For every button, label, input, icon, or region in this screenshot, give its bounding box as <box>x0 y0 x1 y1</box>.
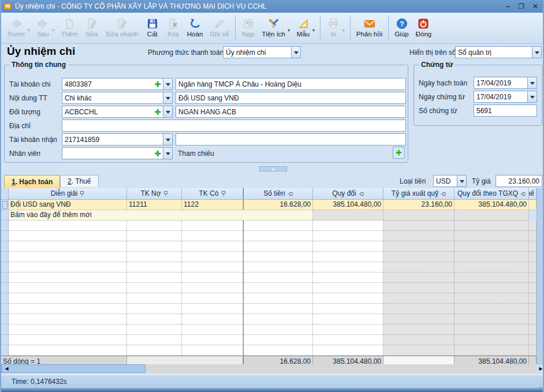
cell-empty[interactable] <box>182 304 243 314</box>
cell-empty[interactable] <box>313 335 383 345</box>
cell-empty[interactable] <box>529 304 536 314</box>
cell-empty[interactable] <box>9 345 127 356</box>
pin-horizontal-icon[interactable] <box>441 192 446 196</box>
table-row[interactable] <box>1 231 536 241</box>
cell-empty[interactable] <box>182 314 243 324</box>
chevron-down-icon[interactable] <box>291 47 300 58</box>
scroll-right-icon[interactable]: ▶ <box>536 364 544 373</box>
doc-date-picker[interactable] <box>474 91 537 103</box>
cell-so-tien[interactable]: 16.628,00 <box>243 200 313 210</box>
delete-button[interactable]: Xóa <box>163 14 184 41</box>
utilities-dropdown-icon[interactable]: ▾ <box>288 28 293 33</box>
cell-empty[interactable] <box>127 221 182 231</box>
minimize-icon[interactable]: – <box>506 3 510 10</box>
display-book-select[interactable] <box>455 46 542 58</box>
col-so-tien[interactable]: Số tiền <box>243 188 313 199</box>
cell-empty[interactable] <box>529 231 536 241</box>
cell-empty[interactable] <box>383 283 454 293</box>
cell-empty[interactable] <box>454 293 529 304</box>
cell-empty[interactable] <box>313 231 383 241</box>
account-out-bank-value[interactable] <box>176 79 405 89</box>
col-quy-doi-tgxq[interactable]: Quy đổi theo TGXQ <box>454 188 529 199</box>
table-row[interactable] <box>1 335 536 345</box>
cell-empty[interactable] <box>9 304 127 314</box>
col-tk-no[interactable]: TK Nợ <box>127 188 182 199</box>
cell-empty[interactable] <box>127 314 182 324</box>
account-in-name-value[interactable] <box>176 134 405 145</box>
payment-method-value[interactable] <box>223 47 291 58</box>
cell-empty[interactable] <box>243 262 313 272</box>
content-desc-field[interactable] <box>176 92 406 104</box>
cell-empty[interactable] <box>383 304 454 314</box>
cell-empty[interactable] <box>383 231 454 241</box>
doc-no-value[interactable] <box>474 105 536 116</box>
reload-button[interactable]: Nạp <box>238 14 259 41</box>
doc-date-value[interactable] <box>474 91 527 102</box>
cell-empty[interactable] <box>454 272 529 283</box>
account-in-value[interactable] <box>62 134 163 145</box>
cell-empty[interactable] <box>313 272 383 283</box>
cell-empty[interactable] <box>9 221 127 231</box>
cell-empty[interactable] <box>383 252 454 262</box>
table-row[interactable] <box>1 252 536 262</box>
content-desc-value[interactable] <box>176 92 405 103</box>
cell-empty[interactable] <box>182 221 243 231</box>
col-ty-gia-xuat-quy[interactable]: Tỷ giá xuất quỹ <box>383 188 454 199</box>
table-row[interactable] <box>1 283 536 293</box>
cell-empty[interactable] <box>182 262 243 272</box>
col-quy-doi[interactable]: Quy đổi <box>313 188 383 199</box>
cell-empty[interactable] <box>454 252 529 262</box>
table-row[interactable] <box>1 262 536 272</box>
employee-value[interactable] <box>62 148 152 159</box>
cell-empty[interactable] <box>529 283 536 293</box>
cell-empty[interactable] <box>313 283 383 293</box>
cell-empty[interactable] <box>182 283 243 293</box>
cell-empty[interactable] <box>243 241 313 252</box>
cell-tk-no[interactable]: 11211 <box>127 200 182 210</box>
account-out-combo[interactable]: ✚ <box>62 78 173 90</box>
chevron-down-icon[interactable] <box>527 77 536 88</box>
scroll-left-icon[interactable]: ◀ <box>2 364 11 373</box>
cell-empty[interactable] <box>9 314 127 324</box>
cell-empty[interactable] <box>454 324 529 335</box>
cell-empty[interactable] <box>182 324 243 335</box>
maximize-icon[interactable]: ❐ <box>518 3 524 10</box>
close-form-button[interactable]: Đóng <box>412 14 435 41</box>
cell-empty[interactable] <box>383 335 454 345</box>
posting-date-value[interactable] <box>474 77 527 88</box>
account-in-name-field[interactable] <box>176 133 406 145</box>
partner-name-value[interactable] <box>176 106 405 117</box>
chevron-down-icon[interactable] <box>527 91 536 102</box>
edit-button[interactable]: Sửa <box>81 14 102 41</box>
cell-empty[interactable] <box>313 241 383 252</box>
cell-empty[interactable] <box>313 345 383 356</box>
cell-empty[interactable] <box>9 272 127 283</box>
cell-che[interactable] <box>529 200 536 210</box>
currency-value[interactable] <box>434 176 457 186</box>
cell-empty[interactable] <box>529 324 536 335</box>
table-row[interactable] <box>1 221 536 231</box>
cell-empty[interactable] <box>182 335 243 345</box>
chevron-down-icon[interactable] <box>163 134 172 145</box>
cell-empty[interactable] <box>313 262 383 272</box>
cell-empty[interactable] <box>243 324 313 335</box>
cell-empty[interactable] <box>127 293 182 304</box>
cell-empty[interactable] <box>127 252 182 262</box>
forward-dropdown-icon[interactable]: ▾ <box>52 28 57 33</box>
cell-empty[interactable] <box>182 241 243 252</box>
pin-horizontal-icon[interactable] <box>359 192 364 196</box>
cell-empty[interactable] <box>243 283 313 293</box>
cell-empty[interactable] <box>313 324 383 335</box>
cell-empty[interactable] <box>9 283 127 293</box>
feedback-button[interactable]: Phản hồi <box>353 14 386 41</box>
forward-button[interactable]: Sau <box>32 14 53 41</box>
vertical-scrollbar[interactable] <box>536 188 544 364</box>
cell-empty[interactable] <box>9 252 127 262</box>
cell-empty[interactable] <box>9 335 127 345</box>
col-dien-giai[interactable]: Diễn giải <box>9 188 127 199</box>
cell-empty[interactable] <box>313 314 383 324</box>
cell-empty[interactable] <box>313 252 383 262</box>
pin-icon[interactable] <box>221 191 226 196</box>
chevron-down-icon[interactable] <box>532 47 541 58</box>
undo-button[interactable]: Hoàn <box>184 14 207 41</box>
